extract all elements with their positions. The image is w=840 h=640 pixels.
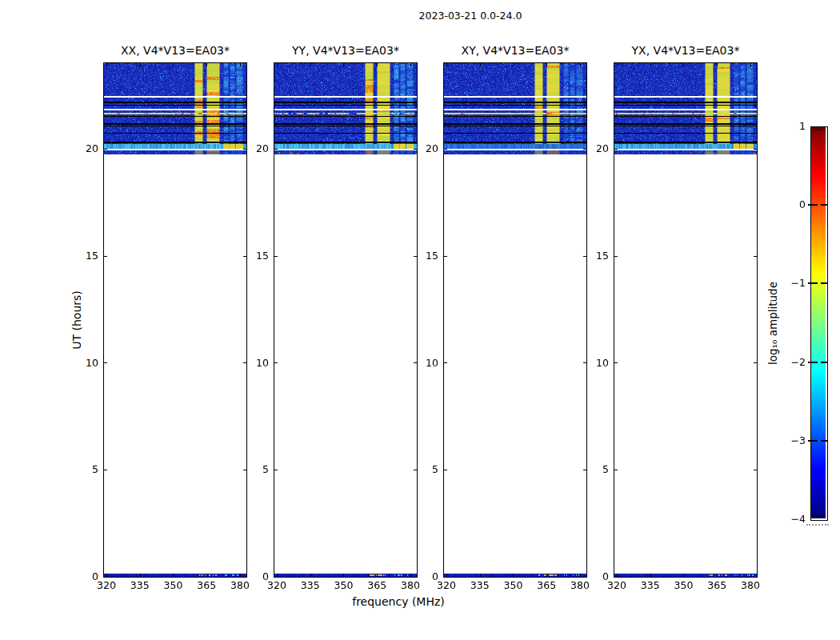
colorbar-tick (821, 440, 827, 442)
y-tick-label: 20 (68, 142, 98, 155)
x-tick-label: 320 (90, 579, 122, 592)
x-tick-label: 320 (430, 579, 462, 592)
x-tick-label: 320 (601, 579, 633, 592)
x-tick-label: 380 (734, 579, 766, 592)
x-tick-label: 335 (634, 579, 666, 592)
x-tick-label: 335 (294, 579, 326, 592)
colorbar-tick (808, 204, 818, 206)
x-tick-label: 350 (327, 579, 359, 592)
y-axis-label: UT (hours) (70, 290, 83, 350)
colorbar-tick-label: −3 (775, 434, 806, 447)
colorbar-extend-dots (806, 524, 829, 526)
x-axis-label: frequency (MHz) (318, 595, 478, 608)
x-tick-label: 365 (190, 579, 222, 592)
spectrogram-canvas-yy (274, 63, 417, 577)
y-tick-label: 15 (578, 250, 609, 262)
x-tick-label: 365 (361, 579, 393, 592)
y-tick-label: 5 (578, 463, 609, 476)
panel-title-xy: XY, V4*V13=EA03* (435, 44, 595, 59)
panel-title-yx: YX, V4*V13=EA03* (606, 44, 766, 59)
x-tick-label: 365 (530, 579, 562, 592)
colorbar-tick-label: −1 (775, 277, 806, 290)
colorbar-tick-label: 0 (775, 198, 806, 211)
colorbar-canvas (811, 127, 826, 518)
y-tick-label: 5 (408, 463, 438, 476)
spectrogram-canvas-xx (104, 63, 246, 577)
colorbar-tick-label: −4 (775, 513, 806, 526)
y-tick-label: 15 (68, 250, 98, 262)
colorbar (810, 126, 828, 521)
y-tick-label: 20 (238, 142, 269, 155)
colorbar-tick-label: −2 (775, 356, 806, 369)
x-tick-label: 350 (497, 579, 529, 592)
plot-area-xx (103, 62, 247, 578)
y-tick-label: 15 (238, 250, 269, 262)
colorbar-tick (821, 362, 827, 363)
plot-area-xy (443, 62, 587, 578)
spectrogram-canvas-xy (444, 63, 586, 577)
y-tick-label: 20 (408, 142, 438, 155)
x-tick-label: 320 (261, 579, 293, 592)
panel-title-yy: YY, V4*V13=EA03* (266, 44, 426, 59)
colorbar-tick (808, 362, 818, 363)
y-tick-label: 10 (578, 357, 609, 370)
colorbar-tick (821, 204, 827, 206)
x-tick-label: 335 (464, 579, 496, 592)
plot-area-yy (274, 62, 418, 578)
y-tick-label: 20 (578, 142, 609, 155)
y-tick-label: 10 (238, 357, 269, 370)
x-tick-label: 350 (667, 579, 699, 592)
y-tick-label: 10 (68, 357, 98, 370)
spectrogram-canvas-yx (614, 63, 757, 577)
panel-title-xx: XX, V4*V13=EA03* (95, 44, 255, 59)
plot-area-yx (614, 62, 758, 578)
y-tick-label: 5 (68, 463, 98, 476)
x-tick-label: 335 (124, 579, 156, 592)
x-tick-label: 365 (701, 579, 733, 592)
colorbar-tick (821, 282, 827, 284)
y-tick-label: 5 (238, 463, 269, 476)
x-tick-label: 350 (157, 579, 189, 592)
figure-title: 2023-03-21 0.0-24.0 (102, 10, 838, 22)
colorbar-label: log₁₀ amplitude (766, 282, 779, 365)
colorbar-tick (808, 282, 818, 284)
colorbar-tick-label: 1 (775, 120, 806, 133)
y-tick-label: 10 (408, 357, 438, 370)
figure: 2023-03-21 0.0-24.0 UT (hours) frequency… (0, 0, 840, 640)
y-tick-label: 15 (408, 250, 438, 262)
colorbar-tick (808, 440, 818, 442)
